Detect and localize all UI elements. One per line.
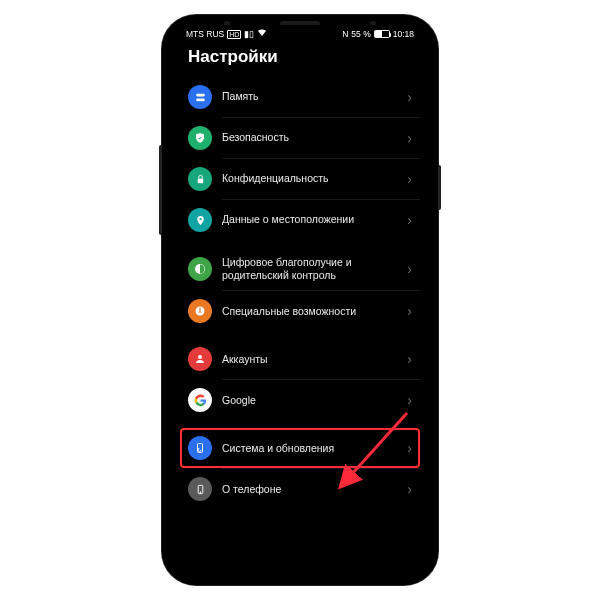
chevron-right-icon: › bbox=[407, 130, 412, 146]
volte-icon: HD bbox=[227, 30, 241, 39]
settings-item-label: Память bbox=[222, 90, 397, 103]
chevron-right-icon: › bbox=[407, 351, 412, 367]
page-title: Настройки bbox=[188, 47, 412, 67]
settings-item-accessibility[interactable]: Специальные возможности › bbox=[180, 291, 420, 331]
chevron-right-icon: › bbox=[407, 481, 412, 497]
pin-icon bbox=[188, 208, 212, 232]
settings-item-label: Безопасность bbox=[222, 131, 397, 144]
settings-item-google[interactable]: Google › bbox=[180, 380, 420, 420]
settings-list[interactable]: Память › Безопасность › Конфиденциал bbox=[172, 77, 428, 575]
chevron-right-icon: › bbox=[407, 392, 412, 408]
settings-item-accounts[interactable]: Аккаунты › bbox=[180, 339, 420, 379]
phone-update-icon bbox=[188, 436, 212, 460]
nfc-icon: N bbox=[342, 29, 348, 39]
chevron-right-icon: › bbox=[407, 261, 412, 277]
settings-group: Аккаунты › Google › bbox=[180, 339, 420, 420]
chevron-right-icon: › bbox=[407, 440, 412, 456]
battery-pct: 55 % bbox=[351, 29, 370, 39]
settings-item-storage[interactable]: Память › bbox=[180, 77, 420, 117]
svg-rect-2 bbox=[197, 178, 203, 183]
carrier-label: MTS RUS bbox=[186, 29, 224, 39]
settings-item-label: Конфиденциальность bbox=[222, 172, 397, 185]
settings-item-location[interactable]: Данные о местоположении › bbox=[180, 200, 420, 240]
screen: MTS RUS HD ▮▯ N 55 % 10:18 Настройки bbox=[172, 25, 428, 575]
svg-point-10 bbox=[200, 492, 201, 493]
chevron-right-icon: › bbox=[407, 171, 412, 187]
wifi-icon bbox=[257, 29, 267, 39]
person-icon bbox=[188, 347, 212, 371]
status-bar: MTS RUS HD ▮▯ N 55 % 10:18 bbox=[172, 25, 428, 41]
chevron-right-icon: › bbox=[407, 212, 412, 228]
settings-item-label: Система и обновления bbox=[222, 442, 397, 455]
storage-icon bbox=[188, 85, 212, 109]
chevron-right-icon: › bbox=[407, 303, 412, 319]
wellbeing-icon bbox=[188, 257, 212, 281]
settings-item-label: Аккаунты bbox=[222, 353, 397, 366]
accessibility-icon bbox=[188, 299, 212, 323]
settings-group: Цифровое благополучие и родительский кон… bbox=[180, 248, 420, 331]
svg-point-7 bbox=[198, 355, 202, 359]
settings-item-label: Специальные возможности bbox=[222, 305, 397, 318]
svg-rect-0 bbox=[196, 93, 205, 96]
svg-point-3 bbox=[199, 217, 201, 219]
chevron-right-icon: › bbox=[407, 89, 412, 105]
clock: 10:18 bbox=[393, 29, 414, 39]
settings-item-wellbeing[interactable]: Цифровое благополучие и родительский кон… bbox=[180, 248, 420, 290]
lock-icon bbox=[188, 167, 212, 191]
shield-icon bbox=[188, 126, 212, 150]
svg-rect-1 bbox=[196, 98, 205, 101]
settings-group: Память › Безопасность › Конфиденциал bbox=[180, 77, 420, 240]
settings-item-label: Цифровое благополучие и родительский кон… bbox=[222, 256, 397, 282]
settings-item-security[interactable]: Безопасность › bbox=[180, 118, 420, 158]
phone-info-icon bbox=[188, 477, 212, 501]
settings-item-label: Данные о местоположении bbox=[222, 213, 397, 226]
settings-item-label: Google bbox=[222, 394, 397, 407]
signal-icon: ▮▯ bbox=[244, 29, 254, 39]
battery-icon bbox=[374, 30, 390, 38]
settings-item-privacy[interactable]: Конфиденциальность › bbox=[180, 159, 420, 199]
settings-item-system-updates[interactable]: Система и обновления › bbox=[180, 428, 420, 468]
phone-frame: MTS RUS HD ▮▯ N 55 % 10:18 Настройки bbox=[162, 15, 438, 585]
google-icon bbox=[188, 388, 212, 412]
settings-group: Система и обновления › О телефоне › bbox=[180, 428, 420, 509]
settings-item-label: О телефоне bbox=[222, 483, 397, 496]
settings-item-about-phone[interactable]: О телефоне › bbox=[180, 469, 420, 509]
svg-point-6 bbox=[199, 307, 200, 308]
page-header: Настройки bbox=[172, 41, 428, 77]
